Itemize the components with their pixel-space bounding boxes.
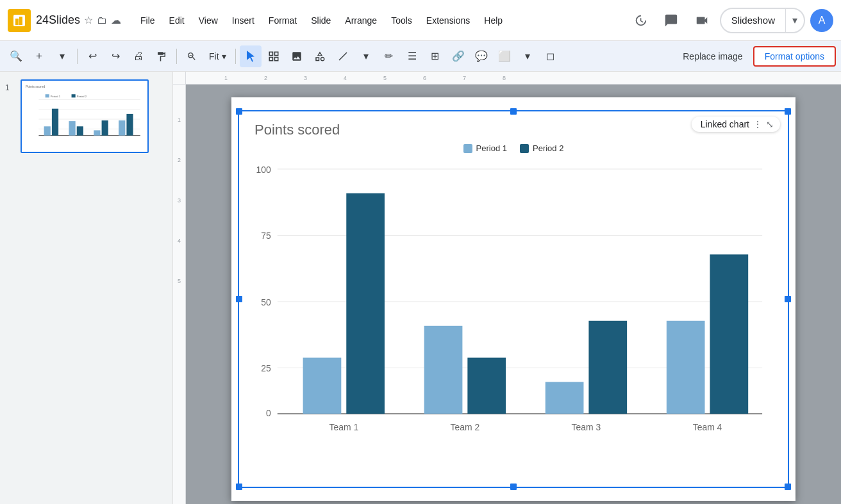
line-button[interactable] [332, 45, 354, 67]
menu-edit[interactable]: Edit [163, 13, 191, 28]
history-button[interactable] [628, 8, 653, 33]
menu-slide[interactable]: Slide [304, 13, 337, 28]
comment-button[interactable] [658, 8, 684, 33]
svg-text:Period 2: Period 2 [77, 95, 87, 98]
menu-view[interactable]: View [192, 13, 224, 28]
cursor-button[interactable] [240, 45, 262, 67]
app-title-area: 24Slides ☆ 🗀 ☁ [36, 13, 121, 27]
folder-icon[interactable]: 🗀 [97, 15, 107, 26]
chart-legend: Period 1 Period 2 [239, 143, 788, 153]
line-dropdown[interactable]: ▾ [355, 45, 377, 67]
meet-button[interactable] [689, 8, 715, 33]
handle-ml [236, 296, 242, 302]
handle-bl [236, 484, 242, 490]
canvas-scroll-area[interactable]: Linked chart ⋮ ⤡ Points scored Period 1 [186, 85, 841, 504]
bar-t1-p1 [303, 358, 342, 414]
thumb-title: Points scored [26, 85, 144, 88]
legend-period1-label: Period 1 [476, 143, 507, 153]
linked-chart-menu-icon[interactable]: ⋮ [753, 119, 762, 129]
svg-text:0: 0 [266, 408, 271, 418]
zoom-select[interactable]: Fit ▾ [204, 45, 231, 67]
handle-tr [785, 108, 791, 115]
star-icon[interactable]: ☆ [84, 14, 93, 26]
svg-text:Team 4: Team 4 [693, 422, 722, 432]
svg-text:Period 1: Period 1 [51, 95, 61, 98]
svg-text:75: 75 [261, 231, 271, 241]
svg-line-7 [339, 53, 347, 60]
handle-bc [510, 484, 517, 490]
zoom-in-button[interactable]: ＋ [28, 45, 50, 67]
menu-arrange[interactable]: Arrange [338, 13, 383, 28]
svg-rect-17 [94, 130, 100, 135]
svg-rect-5 [269, 57, 272, 60]
chart-svg: 100 75 50 25 0 [252, 161, 775, 436]
slide-canvas: Linked chart ⋮ ⤡ Points scored Period 1 [231, 97, 795, 501]
bar-t1-p2 [346, 193, 385, 414]
crop-button[interactable]: ⬜ [494, 45, 515, 67]
zoom-out-button[interactable] [181, 45, 203, 67]
sep-1 [77, 49, 78, 64]
crop-dropdown[interactable]: ▾ [517, 45, 538, 67]
image-button[interactable] [286, 45, 308, 67]
svg-rect-16 [77, 126, 83, 135]
handle-tc [510, 108, 517, 115]
menu-tools[interactable]: Tools [385, 13, 419, 28]
mask-button[interactable]: ◻ [540, 45, 562, 67]
legend-period1-dot [463, 144, 472, 153]
comment-add-button[interactable]: 💬 [470, 45, 492, 67]
print-button[interactable]: 🖨 [128, 45, 149, 67]
link-button[interactable]: 🔗 [447, 45, 469, 67]
chart-container[interactable]: Linked chart ⋮ ⤡ Points scored Period 1 [238, 110, 789, 488]
slide-thumbnail[interactable]: Points scored [21, 79, 149, 153]
svg-rect-15 [69, 121, 75, 135]
undo-button[interactable]: ↩ [81, 45, 103, 67]
slide-thumb-row-1: 1 Points scored [5, 79, 167, 153]
replace-image-button[interactable]: Replace image [674, 47, 751, 65]
svg-rect-21 [46, 94, 49, 97]
menu-format[interactable]: Format [262, 13, 303, 28]
menu-bar: File Edit View Insert Format Slide Arran… [134, 13, 509, 28]
text-align-button[interactable]: ☰ [401, 45, 423, 67]
pen-button[interactable]: ✏ [378, 45, 400, 67]
cloud-icon[interactable]: ☁ [111, 14, 121, 26]
format-options-button[interactable]: Format options [753, 46, 836, 67]
toolbar: 🔍 ＋ ▾ ↩ ↪ 🖨 Fit ▾ ▾ ✏ ☰ ⊞ 🔗 💬 ⬜ ▾ ◻ Repl… [0, 41, 841, 72]
menu-insert[interactable]: Insert [226, 13, 261, 28]
table-button[interactable]: ⊞ [424, 45, 446, 67]
menu-file[interactable]: File [134, 13, 162, 28]
redo-button[interactable]: ↪ [104, 45, 126, 67]
linked-chart-expand-icon[interactable]: ⤡ [766, 119, 774, 129]
svg-text:50: 50 [261, 297, 271, 307]
svg-rect-1 [15, 19, 19, 25]
handle-tl [236, 108, 242, 115]
thumb-chart-svg: Period 1 Period 2 [26, 90, 144, 145]
shapes-button[interactable] [309, 45, 331, 67]
user-avatar[interactable]: A [810, 9, 833, 32]
svg-text:Team 2: Team 2 [451, 422, 480, 432]
svg-rect-23 [72, 94, 76, 97]
sep-2 [176, 49, 177, 64]
search-button[interactable]: 🔍 [5, 45, 27, 67]
svg-text:Team 3: Team 3 [572, 422, 601, 432]
zoom-label: Fit [209, 51, 219, 61]
svg-rect-19 [119, 120, 125, 136]
sep-3 [235, 49, 236, 64]
select-button[interactable] [263, 45, 285, 67]
paint-format-button[interactable] [151, 45, 172, 67]
ruler-top-container: 1 2 3 4 5 6 7 8 [173, 72, 841, 85]
ruler-v: 1 2 3 4 5 [173, 85, 186, 504]
menu-extensions[interactable]: Extensions [420, 13, 476, 28]
app-logo [8, 9, 31, 32]
slideshow-label: Slideshow [721, 9, 786, 32]
svg-rect-6 [274, 57, 278, 60]
slideshow-button[interactable]: Slideshow ▾ [720, 8, 805, 33]
chart-body: 100 75 50 25 0 [239, 161, 788, 439]
zoom-dropdown[interactable]: ▾ [51, 45, 73, 67]
canvas-wrapper: 1 2 3 4 5 6 7 8 1 2 3 4 5 [173, 72, 841, 504]
svg-rect-20 [126, 114, 133, 136]
svg-rect-13 [44, 126, 51, 135]
slideshow-dropdown-icon[interactable]: ▾ [786, 9, 804, 32]
menu-help[interactable]: Help [478, 13, 509, 28]
svg-text:100: 100 [256, 165, 271, 175]
bar-t4-p2 [710, 254, 748, 414]
